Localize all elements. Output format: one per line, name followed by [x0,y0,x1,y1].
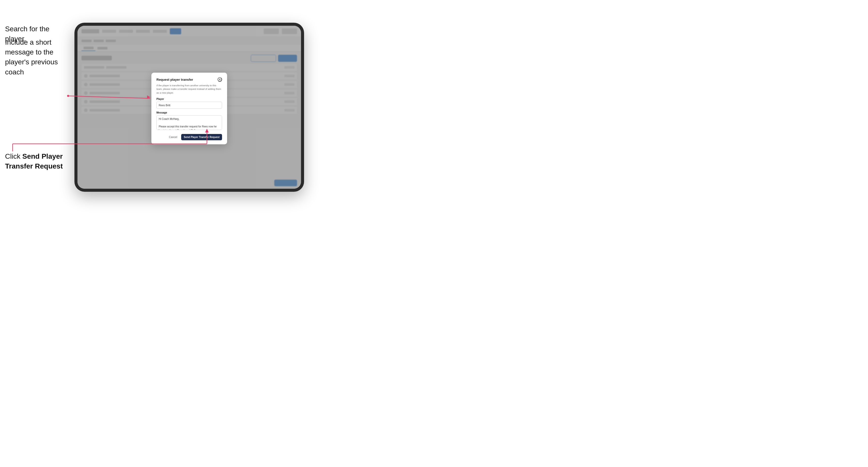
device-frame: Request player transfer ✕ If the player … [74,23,304,192]
cancel-button[interactable]: Cancel [167,134,179,139]
message-textarea[interactable]: Hi Coach McHarg, Please accept this tran… [156,115,222,130]
modal-close-button[interactable]: ✕ [217,77,222,82]
player-search-input[interactable] [156,102,222,109]
annotation-click-text: Click Send Player Transfer Request [5,151,71,171]
svg-point-1 [67,95,69,97]
transfer-modal: Request player transfer ✕ If the player … [151,73,227,144]
annotation-message-text: Include a short message to the player's … [5,37,71,77]
modal-overlay: Request player transfer ✕ If the player … [78,26,301,189]
device-screen: Request player transfer ✕ If the player … [78,26,301,189]
modal-title: Request player transfer [156,78,193,82]
modal-header: Request player transfer ✕ [156,77,222,82]
send-transfer-button[interactable]: Send Player Transfer Request [181,134,222,140]
player-field-label: Player [156,98,222,100]
message-field-label: Message [156,111,222,114]
modal-description: If the player is transferring from anoth… [156,84,222,95]
modal-actions: Cancel Send Player Transfer Request [156,134,222,140]
